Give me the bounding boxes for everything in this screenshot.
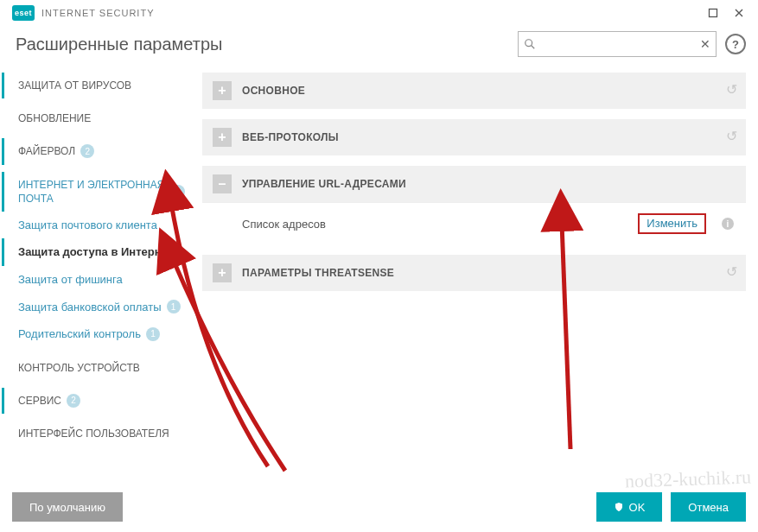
cancel-button[interactable]: Отмена bbox=[671, 492, 746, 522]
sidebar-item-label: ИНТЕРНЕТ И ЭЛЕКТРОННАЯ ПОЧТА bbox=[18, 178, 166, 206]
sidebar-item-label: Защита банковской оплаты bbox=[18, 300, 162, 315]
window-controls bbox=[703, 3, 749, 23]
collapse-icon[interactable]: – bbox=[213, 174, 232, 193]
sidebar-item-label: ИНТЕРФЕЙС ПОЛЬЗОВАТЕЛЯ bbox=[18, 427, 169, 440]
badge: 1 bbox=[146, 327, 160, 341]
sidebar-item-label: ЗАЩИТА ОТ ВИРУСОВ bbox=[18, 79, 131, 92]
panel-title: ПАРАМЕТРЫ THREATSENSE bbox=[242, 267, 394, 279]
ok-label: OK bbox=[629, 501, 646, 514]
sidebar-item-device-control[interactable]: КОНТРОЛЬ УСТРОЙСТВ bbox=[2, 355, 195, 381]
sidebar-item-antiphishing[interactable]: Защита от фишинга bbox=[2, 266, 195, 294]
sidebar-item-update[interactable]: ОБНОВЛЕНИЕ bbox=[2, 105, 195, 131]
badge: 1 bbox=[171, 185, 185, 199]
panel-title: ВЕБ-ПРОТОКОЛЫ bbox=[242, 131, 339, 143]
panel-basic-header[interactable]: + ОСНОВНОЕ bbox=[202, 73, 746, 109]
svg-rect-0 bbox=[710, 10, 717, 17]
panel-url-header[interactable]: – УПРАВЛЕНИЕ URL-АДРЕСАМИ bbox=[202, 166, 746, 202]
svg-line-2 bbox=[532, 46, 535, 49]
edit-link-highlight: Изменить bbox=[638, 213, 706, 234]
sidebar-item-internet-mail[interactable]: ИНТЕРНЕТ И ЭЛЕКТРОННАЯ ПОЧТА 1 bbox=[2, 172, 195, 212]
sidebar-item-parental[interactable]: Родительский контроль 1 bbox=[2, 320, 195, 348]
content-body: ЗАЩИТА ОТ ВИРУСОВ ОБНОВЛЕНИЕ ФАЙЕРВОЛ 2 … bbox=[0, 73, 758, 496]
search-icon bbox=[524, 38, 536, 50]
brand-product: INTERNET SECURITY bbox=[41, 8, 154, 18]
footer-right: OK Отмена bbox=[596, 492, 746, 522]
sidebar-item-label: Родительский контроль bbox=[18, 326, 141, 342]
expand-icon[interactable]: + bbox=[213, 263, 232, 282]
defaults-button[interactable]: По умолчанию bbox=[12, 492, 123, 522]
shield-icon bbox=[614, 502, 624, 512]
sidebar-item-mail-protection[interactable]: Защита почтового клиента bbox=[2, 212, 195, 239]
title-bar: eset INTERNET SECURITY bbox=[0, 0, 758, 26]
panel-web-protocols: + ВЕБ-ПРОТОКОЛЫ ↺ bbox=[202, 119, 746, 155]
sidebar-item-ui[interactable]: ИНТЕРФЕЙС ПОЛЬЗОВАТЕЛЯ bbox=[2, 421, 195, 446]
sidebar-item-label: Защита от фишинга bbox=[18, 272, 123, 288]
sidebar-item-label: Защита почтового клиента bbox=[18, 218, 157, 233]
edit-link[interactable]: Изменить bbox=[647, 217, 697, 230]
ok-button[interactable]: OK bbox=[596, 492, 663, 522]
sidebar-item-antivirus[interactable]: ЗАЩИТА ОТ ВИРУСОВ bbox=[2, 73, 195, 98]
panel-web-header[interactable]: + ВЕБ-ПРОТОКОЛЫ bbox=[202, 119, 746, 155]
expand-icon[interactable]: + bbox=[213, 81, 232, 100]
reset-icon[interactable]: ↺ bbox=[726, 128, 737, 144]
panel-threatsense: + ПАРАМЕТРЫ THREATSENSE ↺ bbox=[202, 255, 746, 291]
panel-title: УПРАВЛЕНИЕ URL-АДРЕСАМИ bbox=[242, 178, 406, 190]
address-list-label: Список адресов bbox=[242, 218, 638, 231]
window-maximize-icon[interactable] bbox=[703, 3, 723, 23]
panel-basic: + ОСНОВНОЕ ↺ bbox=[202, 73, 746, 109]
sidebar-item-firewall[interactable]: ФАЙЕРВОЛ 2 bbox=[2, 138, 195, 164]
brand-logo: eset bbox=[12, 5, 35, 21]
panel-url-management: – УПРАВЛЕНИЕ URL-АДРЕСАМИ Список адресов… bbox=[202, 166, 746, 244]
help-icon[interactable]: ? bbox=[725, 34, 746, 54]
panel-title: ОСНОВНОЕ bbox=[242, 85, 305, 97]
panel-url-body: Список адресов Изменить i bbox=[202, 202, 746, 244]
brand: eset INTERNET SECURITY bbox=[12, 5, 154, 21]
badge: 1 bbox=[167, 300, 181, 314]
sidebar-item-web-access[interactable]: Защита доступа в Интернет bbox=[2, 238, 195, 266]
reset-icon[interactable]: ↺ bbox=[726, 81, 737, 98]
panel-threatsense-header[interactable]: + ПАРАМЕТРЫ THREATSENSE bbox=[202, 255, 746, 291]
search-box[interactable]: ✕ bbox=[518, 31, 717, 57]
address-list-row: Список адресов Изменить i bbox=[202, 203, 746, 244]
footer: По умолчанию OK Отмена bbox=[0, 482, 758, 532]
sidebar-item-label: Защита доступа в Интернет bbox=[18, 244, 173, 260]
main-panel-area: + ОСНОВНОЕ ↺ + ВЕБ-ПРОТОКОЛЫ ↺ – УПРАВЛЕ… bbox=[195, 73, 758, 496]
sidebar-item-label: КОНТРОЛЬ УСТРОЙСТВ bbox=[18, 361, 140, 375]
search-area: ✕ ? bbox=[518, 31, 746, 57]
sidebar-item-banking[interactable]: Защита банковской оплаты 1 bbox=[2, 294, 195, 321]
badge: 2 bbox=[67, 394, 80, 408]
search-clear-icon[interactable]: ✕ bbox=[700, 37, 710, 51]
svg-point-1 bbox=[526, 40, 532, 47]
info-icon[interactable]: i bbox=[722, 218, 734, 230]
expand-icon[interactable]: + bbox=[213, 128, 232, 147]
page-title: Расширенные параметры bbox=[16, 35, 222, 54]
sidebar-item-label: СЕРВИС bbox=[18, 394, 61, 408]
sidebar-item-label: ОБНОВЛЕНИЕ bbox=[18, 111, 91, 125]
badge: 2 bbox=[80, 144, 94, 158]
search-input[interactable] bbox=[541, 37, 695, 52]
reset-icon[interactable]: ↺ bbox=[726, 263, 737, 280]
page-header: Расширенные параметры ✕ ? bbox=[0, 26, 758, 73]
window-close-icon[interactable] bbox=[729, 3, 749, 23]
sidebar: ЗАЩИТА ОТ ВИРУСОВ ОБНОВЛЕНИЕ ФАЙЕРВОЛ 2 … bbox=[0, 73, 195, 496]
sidebar-item-label: ФАЙЕРВОЛ bbox=[18, 144, 75, 158]
sidebar-item-tools[interactable]: СЕРВИС 2 bbox=[2, 388, 195, 414]
